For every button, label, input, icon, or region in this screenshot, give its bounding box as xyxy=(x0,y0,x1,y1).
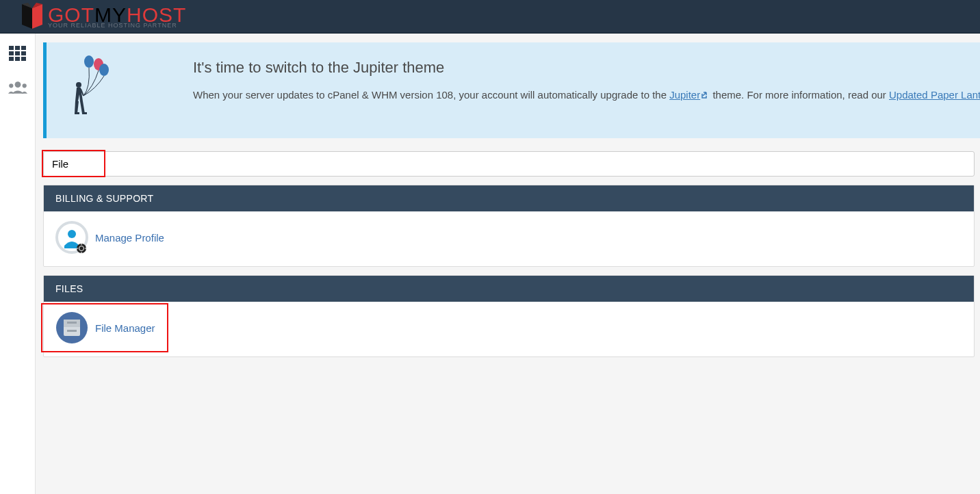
jupiter-link[interactable]: Jupiter xyxy=(669,89,710,101)
notice-body: When your server updates to cPanel & WHM… xyxy=(193,89,980,101)
file-manager-icon xyxy=(55,311,88,344)
svg-rect-1 xyxy=(15,46,20,50)
svg-point-19 xyxy=(68,230,76,238)
svg-point-20 xyxy=(77,244,86,253)
svg-rect-7 xyxy=(15,57,20,61)
notice-title: It's time to switch to the Jupiter theme xyxy=(193,59,980,77)
theme-switch-notice: It's time to switch to the Jupiter theme… xyxy=(43,42,980,138)
billing-panel-header[interactable]: BILLING & SUPPORT xyxy=(44,185,974,211)
svg-rect-8 xyxy=(21,57,26,61)
notice-illustration-icon xyxy=(71,53,111,122)
side-rail xyxy=(0,34,36,494)
svg-rect-30 xyxy=(67,330,77,332)
users-icon[interactable] xyxy=(8,77,28,98)
manage-profile-link[interactable]: Manage Profile xyxy=(95,232,164,244)
main-content: It's time to switch to the Jupiter theme… xyxy=(36,34,980,494)
brand-logo-text: GOTMYHOST YOUR RELIABLE HOSTING PARTNER xyxy=(48,5,186,29)
top-bar: GOTMYHOST YOUR RELIABLE HOSTING PARTNER xyxy=(0,0,980,34)
billing-panel: BILLING & SUPPORT xyxy=(43,185,975,267)
svg-rect-6 xyxy=(9,57,14,61)
svg-rect-29 xyxy=(67,322,77,324)
svg-rect-2 xyxy=(21,46,26,50)
files-panel: FILES File Manager xyxy=(43,275,975,357)
svg-point-15 xyxy=(76,82,81,88)
file-manager-link[interactable]: File Manager xyxy=(95,322,155,334)
svg-point-9 xyxy=(14,81,21,88)
search-input[interactable] xyxy=(43,151,975,177)
svg-point-14 xyxy=(99,64,109,76)
files-panel-header[interactable]: FILES xyxy=(44,276,974,302)
svg-rect-4 xyxy=(15,51,20,55)
apps-grid-icon[interactable] xyxy=(8,43,28,64)
brand-logo[interactable]: GOTMYHOST YOUR RELIABLE HOSTING PARTNER xyxy=(19,3,186,30)
svg-rect-0 xyxy=(9,46,14,50)
svg-point-11 xyxy=(22,83,26,88)
paper-lantern-link[interactable]: Updated Paper Lantern R xyxy=(889,89,980,101)
search-container xyxy=(43,151,975,177)
brand-logo-icon xyxy=(19,3,45,30)
svg-rect-5 xyxy=(21,51,26,55)
svg-point-10 xyxy=(9,83,13,88)
external-link-icon xyxy=(701,90,710,101)
svg-rect-3 xyxy=(9,51,14,55)
manage-profile-icon xyxy=(55,221,88,254)
svg-point-12 xyxy=(84,55,94,68)
